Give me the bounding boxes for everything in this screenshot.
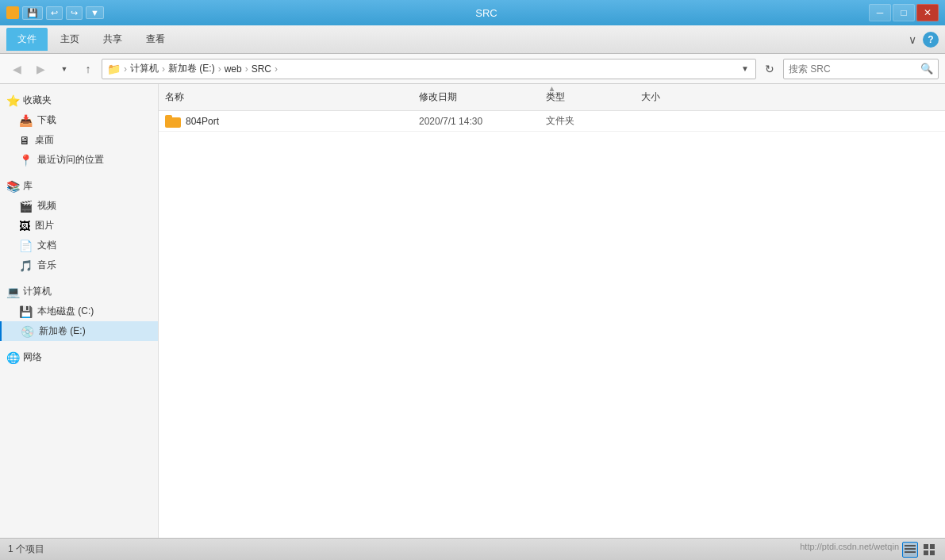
sidebar-item-desktop[interactable]: 🖥 桌面 — [0, 130, 158, 150]
videos-label: 视频 — [37, 199, 56, 213]
path-segment-drive[interactable]: 新加卷 (E:) — [168, 62, 215, 75]
recent-label: 最近访问的位置 — [37, 153, 104, 167]
svg-rect-6 — [930, 544, 935, 549]
nav-section-library: 📚 库 🎬 视频 🖼 图片 📄 文档 🎵 音乐 — [0, 176, 158, 275]
tab-home[interactable]: 主页 — [49, 28, 90, 51]
svg-rect-3 — [905, 548, 916, 550]
col-header-name[interactable]: 名称 — [159, 87, 413, 107]
network-label: 网络 — [23, 351, 42, 364]
ribbon-help: ∨ ? — [909, 32, 939, 48]
minimize-button[interactable]: ─ — [869, 4, 891, 21]
forward-dropdown-button[interactable]: ▼ — [54, 59, 75, 79]
tab-view[interactable]: 查看 — [135, 28, 176, 51]
close-button[interactable]: ✕ — [916, 4, 939, 21]
pictures-icon: 🖼 — [19, 220, 30, 232]
disk-c-label: 本地磁盘 (C:) — [37, 305, 94, 318]
sidebar-item-videos[interactable]: 🎬 视频 — [0, 196, 158, 216]
favorites-icon: ⭐ — [6, 94, 20, 107]
favorites-header[interactable]: ⭐ 收藏夹 — [0, 90, 158, 110]
forward-button[interactable]: ▶ — [30, 59, 51, 79]
address-bar: ◀ ▶ ▼ ↑ 📁 › 计算机 › 新加卷 (E:) › web › SRC ›… — [0, 54, 945, 84]
path-sep-5: › — [275, 63, 278, 75]
path-folder-icon: 📁 — [107, 63, 121, 75]
music-icon: 🎵 — [19, 259, 33, 272]
music-label: 音乐 — [37, 259, 56, 272]
computer-header[interactable]: 💻 计算机 — [0, 282, 158, 301]
status-right: http://ptdi.csdn.net/wetqin — [800, 542, 937, 558]
sidebar-item-recent[interactable]: 📍 最近访问的位置 — [0, 150, 158, 170]
file-list-header: ▲ 名称 修改日期 类型 大小 — [159, 84, 945, 111]
app-icon — [6, 6, 19, 19]
tile-view-button[interactable] — [921, 542, 937, 558]
window-title: SRC — [104, 7, 869, 19]
documents-icon: 📄 — [19, 240, 33, 252]
sidebar-item-music[interactable]: 🎵 音乐 — [0, 255, 158, 275]
qat-undo-btn[interactable]: ↩ — [46, 6, 63, 20]
qat-dropdown-btn[interactable]: ▼ — [86, 6, 104, 19]
sidebar-item-disk-e[interactable]: 💿 新加卷 (E:) — [0, 321, 158, 341]
file-item-name: 804Port — [159, 115, 413, 128]
tile-view-icon — [924, 544, 935, 555]
qat-redo-btn[interactable]: ↪ — [66, 6, 83, 20]
path-sep-1: › — [124, 63, 127, 75]
documents-label: 文档 — [37, 239, 56, 252]
sidebar-item-disk-c[interactable]: 💾 本地磁盘 (C:) — [0, 301, 158, 321]
ribbon: 文件 主页 共享 查看 ∨ ? — [0, 25, 945, 54]
tab-share[interactable]: 共享 — [92, 28, 133, 51]
refresh-button[interactable]: ↻ — [759, 59, 780, 79]
computer-icon: 💻 — [6, 286, 20, 298]
svg-rect-2 — [905, 545, 916, 547]
svg-rect-4 — [905, 551, 916, 553]
qat-save-btn[interactable]: 💾 — [22, 6, 43, 20]
recent-icon: 📍 — [19, 154, 33, 167]
desktop-label: 桌面 — [35, 133, 54, 147]
path-dropdown-btn[interactable]: ▼ — [739, 63, 751, 75]
svg-rect-7 — [924, 550, 928, 555]
ribbon-chevron[interactable]: ∨ — [909, 33, 916, 46]
file-item-type: 文件夹 — [540, 114, 635, 128]
search-box[interactable]: 🔍 — [783, 59, 939, 79]
maximize-button[interactable]: □ — [893, 4, 915, 21]
title-bar-left: 💾 ↩ ↪ ▼ — [6, 6, 104, 20]
sidebar-item-documents[interactable]: 📄 文档 — [0, 236, 158, 255]
table-row[interactable]: 804Port 2020/7/1 14:30 文件夹 — [159, 111, 945, 132]
title-bar: 💾 ↩ ↪ ▼ SRC ─ □ ✕ — [0, 0, 945, 25]
back-button[interactable]: ◀ — [6, 59, 27, 79]
nav-section-network: 🌐 网络 — [0, 347, 158, 367]
left-nav: ⭐ 收藏夹 📥 下载 🖥 桌面 📍 最近访问的位置 📚 库 — [0, 84, 159, 538]
path-segment-computer[interactable]: 计算机 — [130, 62, 159, 75]
videos-icon: 🎬 — [19, 200, 33, 213]
sidebar-item-downloads[interactable]: 📥 下载 — [0, 110, 158, 130]
path-segment-src[interactable]: SRC — [252, 63, 271, 75]
sidebar-item-pictures[interactable]: 🖼 图片 — [0, 216, 158, 236]
col-header-size[interactable]: 大小 — [635, 87, 714, 107]
path-sep-3: › — [218, 63, 221, 75]
col-header-date[interactable]: 修改日期 — [413, 87, 540, 107]
library-icon: 📚 — [6, 180, 20, 193]
search-input[interactable] — [789, 63, 920, 75]
library-label: 库 — [23, 179, 33, 193]
path-segment-web[interactable]: web — [225, 63, 242, 75]
list-view-button[interactable] — [902, 542, 918, 558]
main-area: ⭐ 收藏夹 📥 下载 🖥 桌面 📍 最近访问的位置 📚 库 — [0, 84, 945, 538]
path-sep-2: › — [162, 63, 165, 75]
help-icon[interactable]: ? — [923, 32, 939, 48]
watermark-text: http://ptdi.csdn.net/wetqin — [800, 542, 899, 558]
up-button[interactable]: ↑ — [78, 59, 98, 79]
library-header[interactable]: 📚 库 — [0, 176, 158, 196]
pictures-label: 图片 — [35, 219, 54, 232]
search-icon[interactable]: 🔍 — [920, 63, 933, 75]
svg-rect-5 — [924, 544, 928, 549]
nav-section-favorites: ⭐ 收藏夹 📥 下载 🖥 桌面 📍 最近访问的位置 — [0, 90, 158, 170]
path-sep-4: › — [245, 63, 248, 75]
tab-file[interactable]: 文件 — [6, 28, 48, 51]
network-header[interactable]: 🌐 网络 — [0, 347, 158, 367]
address-path[interactable]: 📁 › 计算机 › 新加卷 (E:) › web › SRC › ▼ — [102, 59, 756, 79]
disk-c-icon: 💾 — [19, 305, 33, 318]
file-item-date: 2020/7/1 14:30 — [413, 116, 540, 127]
downloads-icon: 📥 — [19, 114, 33, 127]
status-bar: 1 个项目 http://ptdi.csdn.net/wetqin — [0, 538, 945, 560]
svg-rect-8 — [930, 550, 935, 555]
sort-indicator: ▲ — [548, 84, 556, 93]
svg-rect-1 — [7, 9, 12, 12]
